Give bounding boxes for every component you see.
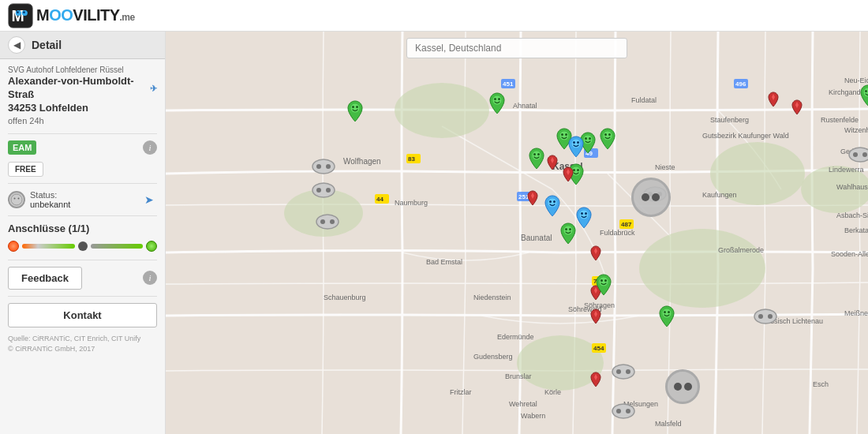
svg-point-103 xyxy=(581,212,583,215)
svg-text:Nieste: Nieste xyxy=(655,163,675,171)
svg-point-92 xyxy=(608,133,611,136)
svg-text:Wehretal: Wehretal xyxy=(509,400,537,408)
svg-text:Staufenberg: Staufenberg xyxy=(710,116,749,124)
kontakt-button[interactable]: Kontakt xyxy=(8,303,157,327)
charging-marker-red[interactable] xyxy=(563,166,574,185)
charging-marker-red[interactable] xyxy=(590,372,601,391)
svg-point-77 xyxy=(356,106,358,108)
svg-text:Baunatal: Baunatal xyxy=(521,234,552,242)
svg-point-82 xyxy=(533,153,536,155)
charging-marker-blue[interactable] xyxy=(543,194,562,221)
svg-point-75 xyxy=(350,103,360,113)
charging-marker-red[interactable] xyxy=(768,92,779,110)
charging-marker-red[interactable] xyxy=(527,190,538,209)
charging-marker-gray[interactable] xyxy=(312,182,335,201)
svg-text:Esch: Esch xyxy=(813,380,829,388)
svg-point-142 xyxy=(612,404,634,418)
svg-point-143 xyxy=(616,409,621,413)
power-low-icon xyxy=(8,241,19,252)
svg-point-101 xyxy=(553,200,556,203)
svg-point-132 xyxy=(330,219,335,224)
svg-point-135 xyxy=(862,152,867,157)
svg-point-151 xyxy=(312,159,335,174)
status-value: unbekannt xyxy=(30,200,70,209)
svg-point-78 xyxy=(492,95,502,105)
status-row: Status: unbekannt ➤ xyxy=(8,190,157,209)
svg-text:454: 454 xyxy=(593,345,604,352)
svg-point-138 xyxy=(768,314,773,319)
charging-marker-green[interactable] xyxy=(594,273,613,300)
charging-marker-green[interactable] xyxy=(559,222,578,249)
sidebar-header: ◀ Detail xyxy=(0,32,165,59)
svg-point-76 xyxy=(352,106,354,108)
svg-text:Bad Emstal: Bad Emstal xyxy=(426,258,462,266)
svg-text:Rustenfelde: Rustenfelde xyxy=(821,116,859,124)
charging-marker-red[interactable] xyxy=(547,155,558,174)
info-icon-feedback[interactable]: i xyxy=(143,271,157,285)
navigate-icon[interactable]: ➤ xyxy=(141,192,157,208)
svg-text:Schauenburg: Schauenburg xyxy=(324,294,366,301)
provider-badge: EAM xyxy=(8,140,36,155)
svg-point-85 xyxy=(561,133,563,136)
map-search-input[interactable] xyxy=(406,38,627,58)
charging-marker-gray[interactable] xyxy=(848,147,868,166)
power-mid-icon xyxy=(78,241,88,251)
charging-marker-green[interactable] xyxy=(346,99,365,126)
svg-point-105 xyxy=(563,226,573,235)
charging-marker-green[interactable] xyxy=(527,147,546,174)
station-city: 34253 Lohfelden xyxy=(8,102,157,114)
charging-marker-green[interactable] xyxy=(657,305,676,331)
feedback-button[interactable]: Feedback xyxy=(8,267,82,290)
station-hours: offen 24h xyxy=(8,116,157,125)
svg-point-100 xyxy=(549,200,552,203)
svg-point-79 xyxy=(494,98,496,100)
svg-point-90 xyxy=(603,131,612,140)
charging-marker-gray[interactable] xyxy=(612,364,635,383)
charging-marker-gray[interactable] xyxy=(316,214,339,233)
svg-text:Gutsbezirk Kaufunger Wald: Gutsbezirk Kaufunger Wald xyxy=(702,132,789,140)
power-high-icon xyxy=(146,241,157,252)
map-background: Kassel Wolfhagen Ahnatal Fuldatal Staufe… xyxy=(166,32,868,434)
charging-marker-red[interactable] xyxy=(791,99,803,118)
svg-point-12 xyxy=(639,229,765,308)
map-area[interactable]: Kassel Wolfhagen Ahnatal Fuldatal Staufe… xyxy=(166,32,868,434)
svg-point-140 xyxy=(616,369,621,374)
marker-cluster[interactable] xyxy=(631,178,671,217)
svg-text:Gudensberg: Gudensberg xyxy=(473,353,513,361)
charging-marker-blue[interactable] xyxy=(567,135,586,162)
logo-icon: M xyxy=(8,3,33,28)
svg-point-7 xyxy=(14,197,16,199)
svg-text:Meißner: Meißner xyxy=(844,309,868,317)
svg-point-95 xyxy=(577,169,579,171)
charging-marker-green[interactable] xyxy=(488,92,507,118)
svg-text:Sooden-Allendorf: Sooden-Allendorf xyxy=(831,250,868,258)
charging-marker-red[interactable] xyxy=(590,245,601,264)
svg-text:Fuldatal: Fuldatal xyxy=(631,96,657,104)
svg-point-104 xyxy=(585,212,587,215)
marker-cluster[interactable] xyxy=(665,369,700,404)
svg-point-8 xyxy=(18,197,20,199)
charging-marker-gray[interactable] xyxy=(612,403,635,422)
svg-text:Niedenstein: Niedenstein xyxy=(473,294,511,301)
svg-point-144 xyxy=(626,409,630,413)
charging-marker-gray[interactable] xyxy=(312,159,335,178)
divider-2 xyxy=(8,183,157,184)
connections-title: Anschlüsse (1/1) xyxy=(8,223,157,234)
charging-marker-gray[interactable] xyxy=(754,309,777,327)
charging-marker-green[interactable] xyxy=(859,84,868,110)
svg-text:Malsfeld: Malsfeld xyxy=(655,420,682,428)
svg-point-107 xyxy=(569,228,571,230)
svg-point-136 xyxy=(754,309,776,324)
info-icon-provider[interactable]: i xyxy=(143,140,157,155)
free-badge-row: FREE xyxy=(8,161,157,177)
svg-point-122 xyxy=(865,90,867,92)
svg-text:Edermünde: Edermünde xyxy=(497,333,534,341)
svg-point-99 xyxy=(548,198,557,208)
status-inner: Status: unbekannt xyxy=(8,190,70,209)
svg-point-91 xyxy=(604,133,607,136)
svg-point-118 xyxy=(662,309,672,318)
charging-marker-red[interactable] xyxy=(590,309,601,327)
charging-marker-green[interactable] xyxy=(598,127,617,154)
svg-point-98 xyxy=(577,141,579,144)
back-button[interactable]: ◀ xyxy=(8,36,25,54)
